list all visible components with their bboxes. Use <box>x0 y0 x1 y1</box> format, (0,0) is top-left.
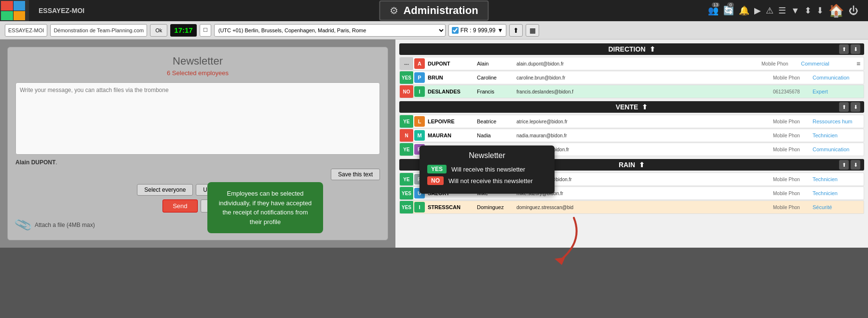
email: dominguez.stresscan@bid <box>515 205 770 210</box>
timezone-select[interactable]: (UTC +01) Berlin, Brussels, Copenhagen, … <box>214 24 446 37</box>
refresh-badge: 0 <box>727 2 734 7</box>
play-icon[interactable]: ▶ <box>754 5 761 16</box>
direction-expand-icon[interactable]: ⬆ <box>839 44 849 54</box>
lang-chevron-icon[interactable]: ▼ <box>497 27 503 34</box>
toggle-yes[interactable]: YE <box>400 143 413 156</box>
yes-text: Will receive this newsletter <box>451 166 525 173</box>
role: Technicien <box>811 176 864 182</box>
ok-button[interactable]: Ok <box>150 24 167 37</box>
toggle-yes[interactable]: YE <box>400 115 413 128</box>
vente-sort-icon[interactable]: ⬆ <box>642 103 648 111</box>
sender-label: Alain DUPONT. <box>15 159 380 166</box>
left-panel: Newsletter 6 Selected employees Alain DU… <box>0 40 395 248</box>
arrow-indicator <box>545 213 583 272</box>
role: Expert <box>811 89 864 94</box>
paperclip-icon[interactable]: 📎 <box>14 215 33 234</box>
toggle-yes[interactable]: YES <box>400 201 413 213</box>
role: Sécurité <box>811 204 864 210</box>
avatar: M <box>414 130 425 141</box>
role: Technicien <box>811 190 864 196</box>
avatar: P <box>414 72 425 83</box>
phone: Mobile Phon <box>771 205 810 210</box>
direction-sort-icon[interactable]: ⬆ <box>650 45 655 53</box>
popup-no-row: NO Will not receive this newsletter <box>427 176 547 185</box>
email: atrice.lepoivre@bidon.fr <box>515 119 770 124</box>
home-icon[interactable]: 🏠 <box>828 3 844 18</box>
no-text: Will not receive this newsletter <box>448 177 533 185</box>
tooltip-balloon: Employees can be selected individually, … <box>207 182 323 233</box>
logo-box <box>1 1 25 20</box>
attach-text: Attach a file (4MB max) <box>35 222 95 228</box>
table-row: YES I STRESSCAN Dominguez dominguez.stre… <box>399 200 864 214</box>
bell-icon[interactable]: 🔔 <box>739 5 749 16</box>
users-icon[interactable]: 👥13 <box>708 5 719 16</box>
newsletter-subtitle: 6 Selected employees <box>15 69 380 77</box>
email: alain.dupont@bidon.fr <box>515 61 759 66</box>
upload-icon-btn[interactable]: ⬆ <box>509 24 523 37</box>
firstname: Caroline <box>475 75 514 80</box>
list-icon[interactable]: ☰ <box>778 5 786 16</box>
table-row: YES P BRUN Caroline caroline.brun@bidon.… <box>399 71 864 84</box>
warning-icon[interactable]: ⚠ <box>766 5 773 16</box>
avatar: I <box>414 86 425 97</box>
table-row: --- A DUPONT Alain alain.dupont@bidon.fr… <box>399 57 864 70</box>
email: francis.deslandes@bidon.f <box>515 89 770 94</box>
grid-icon-btn[interactable]: ▦ <box>526 24 539 37</box>
rain-sort-icon[interactable]: ⬆ <box>639 161 645 169</box>
nav-icons: 👥13 🔄0 🔔 ▶ ⚠ ☰ ▼ ⬍ ⬇ 🏠 ⏻ <box>708 3 868 18</box>
toggle-no[interactable]: N <box>400 129 413 142</box>
toggle-yes[interactable]: YES <box>400 71 413 84</box>
menu-icon[interactable]: ≡ <box>853 60 864 67</box>
power-icon[interactable]: ⏻ <box>849 5 858 16</box>
download-icon[interactable]: ⬇ <box>816 5 824 16</box>
table-row: N M MAURAN Nadia nadia.mauran@bidon.fr M… <box>399 129 864 142</box>
role: Communication <box>811 146 864 152</box>
lastname: BRUN <box>426 75 474 80</box>
refresh-icon[interactable]: 🔄0 <box>723 5 734 16</box>
right-panel: DIRECTION ⬆ ⬆ ⬇ --- A DUPONT Alain alain… <box>395 40 868 248</box>
direction-label: DIRECTION <box>609 45 646 53</box>
role: Communication <box>811 75 864 80</box>
sort-icon[interactable]: ⬍ <box>804 5 812 16</box>
select-everyone-button[interactable]: Select everyone <box>137 184 193 196</box>
firstname: Beatrice <box>475 119 514 124</box>
lang-label: FR : 9 999,99 <box>461 27 496 34</box>
send-button[interactable]: Send <box>163 199 197 212</box>
direction-collapse-icon[interactable]: ⬇ <box>851 44 860 54</box>
rain-collapse-icon[interactable]: ⬇ <box>851 160 860 170</box>
save-text-button[interactable]: Save this text <box>331 169 380 180</box>
firstname: Nadia <box>475 132 514 138</box>
avatar: L <box>414 116 425 127</box>
avatar: I <box>414 202 425 212</box>
lastname: DUPONT <box>426 61 474 66</box>
phone: Mobile Phon <box>771 133 810 138</box>
toggle-yes[interactable]: YES <box>400 187 413 199</box>
vente-section-header: VENTE ⬆ ⬆ ⬇ <box>399 101 864 113</box>
lang-checkbox[interactable] <box>452 27 459 34</box>
admin-title: Administration <box>403 4 478 17</box>
rain-expand-icon[interactable]: ⬆ <box>839 160 849 170</box>
vente-label: VENTE <box>616 103 638 111</box>
newsletter-title: Newsletter <box>15 55 380 67</box>
filter-icon[interactable]: ▼ <box>791 6 800 16</box>
lastname: STRESSCAN <box>426 204 474 210</box>
app-name: ESSAYEZ-MOI <box>29 7 94 14</box>
avatar: A <box>414 58 425 69</box>
toggle-no[interactable]: NO <box>400 85 413 98</box>
checkbox-field: ☐ <box>200 24 211 37</box>
vente-expand-icon[interactable]: ⬆ <box>839 102 849 112</box>
toggle-dash[interactable]: --- <box>400 57 413 70</box>
role: Technicien <box>811 132 864 138</box>
lastname: LEPOIVRE <box>426 119 474 124</box>
phone: Mobile Phon <box>760 61 798 66</box>
firstname: Francis <box>475 89 514 94</box>
toggle-yes[interactable]: YE <box>400 173 413 186</box>
phone: 0612345678 <box>771 89 810 94</box>
phone: Mobile Phon <box>771 191 810 196</box>
direction-section-header: DIRECTION ⬆ ⬆ ⬇ <box>399 43 864 55</box>
vente-collapse-icon[interactable]: ⬇ <box>851 102 860 112</box>
time-display: 17:17 <box>170 24 196 37</box>
role: Ressources hum <box>811 119 864 124</box>
yes-badge: YES <box>427 165 447 173</box>
message-textarea[interactable] <box>15 82 380 155</box>
